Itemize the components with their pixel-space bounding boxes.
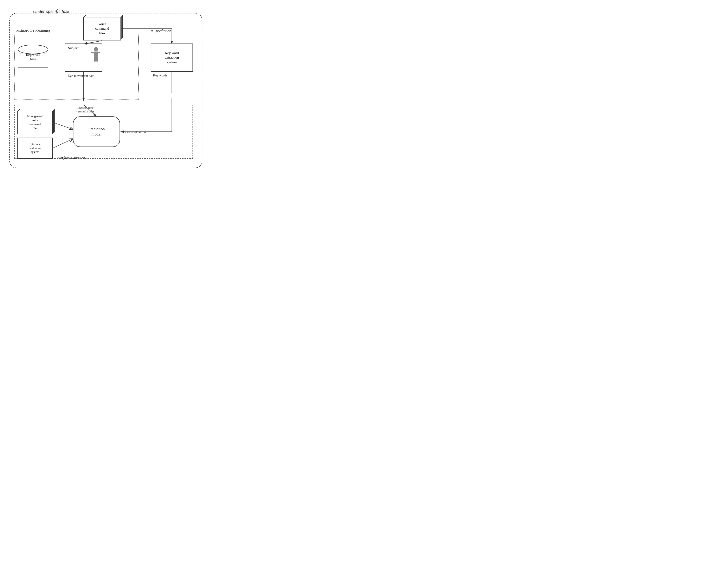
person-icon	[87, 46, 100, 64]
outer-label: Under specific task	[33, 9, 69, 14]
subject-label-text: Subject	[68, 46, 79, 50]
voice-cmd-main: Voicecommandfiles	[83, 17, 121, 40]
reaction-time-label: Reaction time(ground truth)	[76, 106, 94, 113]
voice-cmd-label: Voicecommandfiles	[95, 22, 109, 36]
auditory-label: Auditory RT obtaining	[16, 29, 50, 33]
target-aoi-label: Target AOIbase	[17, 53, 48, 61]
general-voice-main: More generalvoicecommandfiles	[17, 111, 53, 134]
svg-rect-1	[94, 51, 98, 57]
general-voice-label: More generalvoicecommandfiles	[27, 115, 43, 130]
diagram-container: Under specific task Auditory RT obtainin…	[5, 3, 207, 173]
subject-box: Subject	[65, 44, 102, 72]
svg-point-0	[94, 47, 98, 51]
interface-eval-system-box: Interfaceevaluationsystem	[17, 138, 53, 159]
svg-rect-5	[96, 56, 98, 61]
keyword-label-text: Key wordextractionsystem	[165, 51, 179, 65]
rt-prediction-label: RT prediction	[151, 29, 171, 33]
key-words-label: Key words	[153, 74, 167, 77]
svg-rect-4	[94, 56, 96, 61]
eye-movement-label: Eye-movement data	[68, 74, 94, 78]
svg-rect-3	[97, 52, 100, 53]
prediction-model-label: Predictionmodel	[88, 127, 105, 137]
target-aoi-cylinder: Target AOIbase	[17, 45, 48, 71]
key-word-vectors-label: Key word vectors	[125, 130, 146, 134]
keyword-extraction-box: Key wordextractionsystem	[151, 44, 193, 72]
prediction-model-box: Predictionmodel	[73, 116, 120, 147]
interface-eval-label: Interface evaluation	[56, 156, 85, 160]
interface-eval-system-label: Interfaceevaluationsystem	[29, 142, 41, 154]
svg-rect-2	[91, 52, 94, 53]
